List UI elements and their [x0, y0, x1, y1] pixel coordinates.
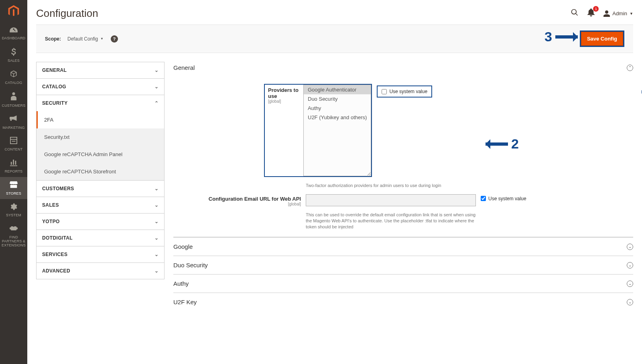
annotation-3: 3: [544, 29, 581, 45]
nav-partners[interactable]: FIND PARTNERS & EXTENSIONS: [0, 221, 27, 250]
section-authy[interactable]: Authy ⌄: [173, 274, 633, 293]
collapse-up-icon[interactable]: ⌃: [627, 65, 633, 71]
tab-security-head[interactable]: SECURITY⌃: [37, 95, 164, 111]
chevron-down-icon: ⌄: [154, 235, 158, 241]
use-system-highlight: Use system value: [377, 85, 432, 98]
nav-label: SALES: [8, 59, 20, 63]
chevron-down-icon: ⌄: [154, 268, 158, 274]
admin-user-menu[interactable]: Admin ▼: [603, 10, 633, 17]
tab-customers[interactable]: CUSTOMERS⌄: [37, 181, 164, 197]
save-button-highlight: Save Config: [580, 31, 624, 47]
search-icon: [571, 8, 579, 16]
tab-label: YOTPO: [42, 219, 60, 224]
nav-label: MARKETING: [2, 126, 24, 130]
section-u2f[interactable]: U2F Key ⌄: [173, 293, 633, 311]
providers-multiselect[interactable]: Google AuthenticatorDuo SecurityAuthyU2F…: [303, 85, 371, 176]
tab-catalog[interactable]: CATALOG⌄: [37, 79, 164, 95]
providers-highlight: Providers to use [global] Google Authent…: [264, 84, 372, 177]
search-button[interactable]: [571, 8, 579, 18]
nav-customers[interactable]: CUSTOMERS: [0, 88, 27, 111]
scope-value: Default Config: [67, 36, 98, 42]
magento-logo[interactable]: [0, 0, 27, 22]
megaphone-icon: [10, 115, 18, 124]
chevron-down-icon: ⌄: [154, 67, 158, 73]
chevron-down-icon: ⌄: [154, 202, 158, 208]
bar-chart-icon: [10, 159, 17, 168]
tab-general[interactable]: GENERAL⌄: [37, 62, 164, 79]
user-icon: [603, 10, 610, 17]
nav-marketing[interactable]: MARKETING: [0, 111, 27, 133]
provider-option[interactable]: Google Authenticator: [304, 85, 371, 94]
arrow-right-icon: [555, 35, 578, 39]
chevron-down-icon: ⌄: [154, 219, 158, 224]
nav-reports[interactable]: REPORTS: [0, 155, 27, 177]
nav-dashboard[interactable]: DASHBOARD: [0, 22, 27, 44]
save-config-button[interactable]: Save Config: [581, 32, 623, 46]
tab-label: GENERAL: [42, 67, 67, 73]
nav-content[interactable]: CONTENT: [0, 133, 27, 155]
nav-label: STORES: [6, 192, 21, 196]
section-title-text: Google: [173, 243, 193, 250]
use-system-label-emailurl[interactable]: Use system value: [488, 196, 526, 201]
arrow-left-icon: [486, 142, 508, 146]
tab-advanced[interactable]: ADVANCED⌄: [37, 263, 164, 279]
chevron-down-icon: ⌄: [154, 186, 158, 191]
provider-option[interactable]: U2F (Yubikey and others): [304, 113, 371, 122]
settings-panel: General ⌃ Providers to use [global] Goog…: [173, 62, 633, 311]
layout-icon: [10, 137, 17, 146]
nav-label: SYSTEM: [6, 214, 21, 218]
use-system-label-providers[interactable]: Use system value: [389, 89, 427, 94]
nav-catalog[interactable]: CATALOG: [0, 66, 27, 88]
section-title-text: Duo Security: [173, 262, 208, 268]
scope-select[interactable]: Default Config ▼: [67, 36, 104, 42]
chevron-down-icon: ▼: [630, 12, 633, 16]
gauge-icon: [10, 26, 18, 35]
provider-option[interactable]: Authy: [304, 104, 371, 113]
section-duo[interactable]: Duo Security ⌄: [173, 256, 633, 274]
expand-down-icon: ⌄: [627, 299, 633, 305]
tab-sales[interactable]: SALES⌄: [37, 197, 164, 214]
subtab-securitytxt[interactable]: Security.txt: [37, 128, 164, 146]
emailurl-scope: [global]: [173, 202, 301, 206]
subtab-recaptcha-storefront[interactable]: Google reCAPTCHA Storefront: [37, 163, 164, 180]
tab-services[interactable]: SERVICES⌄: [37, 246, 164, 263]
nav-sales[interactable]: SALES: [0, 44, 27, 67]
notification-badge: 1: [593, 6, 599, 12]
chevron-down-icon: ⌄: [154, 84, 158, 89]
nav-stores[interactable]: STORES: [0, 177, 27, 199]
provider-option[interactable]: Duo Security: [304, 94, 371, 104]
providers-label: Providers to use: [268, 87, 299, 99]
expand-down-icon: ⌄: [627, 244, 633, 250]
notifications-button[interactable]: 1: [587, 8, 595, 18]
use-system-checkbox-emailurl[interactable]: [481, 196, 486, 201]
subtab-recaptcha-admin[interactable]: Google reCAPTCHA Admin Panel: [37, 146, 164, 163]
cube-icon: [10, 70, 17, 79]
section-title-text: U2F Key: [173, 299, 197, 305]
chevron-down-icon: ⌄: [154, 252, 158, 257]
emailurl-input[interactable]: [306, 194, 476, 206]
use-system-checkbox-providers[interactable]: [382, 89, 387, 94]
providers-note: Two-factor authorization providers for a…: [306, 180, 476, 189]
help-tooltip-button[interactable]: ?: [111, 35, 118, 43]
nav-label: FIND PARTNERS & EXTENSIONS: [2, 236, 26, 248]
tab-label: CUSTOMERS: [42, 186, 74, 191]
tab-yotpo[interactable]: YOTPO⌄: [37, 214, 164, 230]
tab-dotdigital[interactable]: DOTDIGITAL⌄: [37, 230, 164, 246]
admin-user-label: Admin: [612, 10, 627, 16]
scope-label: Scope:: [45, 36, 61, 42]
section-general-header[interactable]: General ⌃: [173, 62, 633, 77]
partners-icon: [10, 225, 18, 234]
nav-label: CUSTOMERS: [2, 104, 26, 108]
store-icon: [10, 181, 18, 190]
tab-label: DOTDIGITAL: [42, 235, 73, 241]
nav-label: DASHBOARD: [2, 37, 26, 41]
providers-scope: [global]: [268, 99, 300, 104]
nav-label: CONTENT: [5, 148, 23, 152]
section-google[interactable]: Google ⌄: [173, 237, 633, 256]
nav-label: CATALOG: [5, 81, 22, 85]
subtab-2fa[interactable]: 2FA: [37, 111, 164, 128]
gear-icon: [10, 203, 17, 212]
nav-label: REPORTS: [5, 170, 23, 174]
tab-label: SECURITY: [42, 100, 68, 106]
nav-system[interactable]: SYSTEM: [0, 199, 27, 221]
